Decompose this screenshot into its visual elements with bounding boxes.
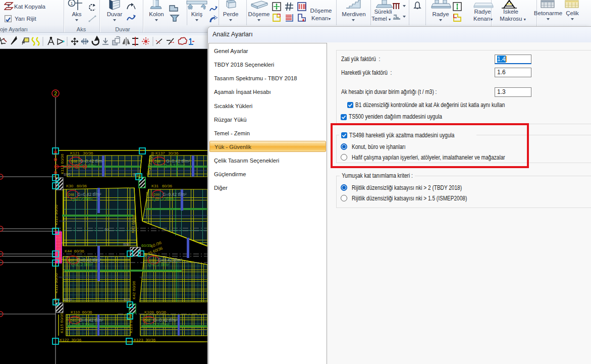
svg-text:Q=0.2 tf/m²: Q=0.2 tf/m² [71, 196, 93, 201]
svg-text:K30 60/36: K30 60/36 [66, 184, 87, 188]
svg-text:S!!/0: S!!/0 [64, 173, 71, 176]
svg-text:Q=0.2 tf/m²: Q=0.2 tf/m² [152, 196, 174, 201]
svg-text:K122 30/36: K122 30/36 [60, 338, 82, 342]
svg-text:2: 2 [54, 91, 57, 96]
svg-text:D99: D99 [153, 193, 159, 196]
svg-text:D98: D98 [154, 160, 160, 163]
svg-text:Q=0.2 tf/m²: Q=0.2 tf/m² [148, 262, 170, 267]
svg-text:D92: D92 [144, 319, 150, 322]
svg-text:40/70: 40/70 [64, 298, 72, 301]
svg-text:K42 60/36: K42 60/36 [132, 281, 136, 299]
svg-text:S10: S10 [124, 298, 130, 301]
svg-text:K114 60/36: K114 60/36 [60, 153, 65, 174]
svg-text:K115 60/35: K115 60/35 [60, 313, 64, 333]
svg-text:Q=0.2 tf/m²: Q=0.2 tf/m² [147, 322, 169, 327]
svg-text:K31 60/36: K31 60/36 [151, 184, 172, 188]
svg-text:K109 60/36: K109 60/36 [144, 310, 167, 315]
svg-text:D98: D98 [68, 193, 74, 196]
svg-text:K44 60/36: K44 60/36 [65, 249, 84, 253]
svg-text:S08: S08 [123, 243, 129, 246]
svg-text:60/35: 60/35 [141, 243, 152, 248]
svg-text:Q=0.2 tf/m²: Q=0.2 tf/m² [72, 322, 94, 327]
svg-text:1: 1 [70, 1, 73, 6]
svg-text:Q=0.2 tf/m²: Q=0.2 tf/m² [71, 262, 93, 267]
svg-text:K111 30/50: K111 30/50 [54, 273, 59, 293]
svg-text:D98: D98 [149, 258, 155, 262]
svg-text:K112 30/50: K112 30/50 [54, 204, 59, 225]
svg-text:K123 30/36: K123 30/36 [134, 338, 156, 342]
svg-text:D91: D91 [70, 319, 76, 322]
svg-text:K110 60/36: K110 60/36 [71, 310, 92, 315]
svg-text:K121 30/36: K121 30/36 [70, 151, 93, 155]
svg-text:D98: D98 [71, 160, 77, 163]
svg-text:K137 30/36: K137 30/36 [155, 151, 179, 155]
svg-text:D97: D97 [68, 258, 74, 262]
svg-text:S0..: S0.. [104, 228, 111, 231]
svg-text:t=10 Q=0.3 tf/m²: t=10 Q=0.3 tf/m² [154, 163, 185, 168]
